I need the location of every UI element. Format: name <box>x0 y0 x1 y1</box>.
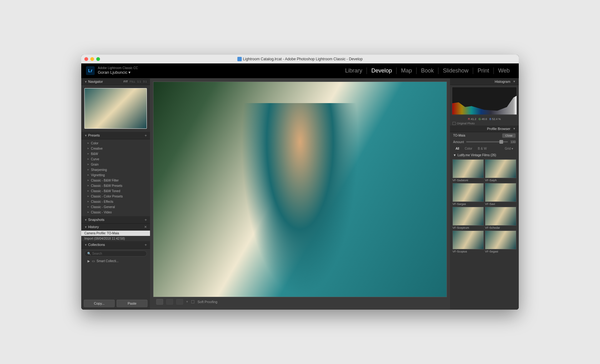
histogram-display[interactable] <box>452 87 517 115</box>
module-print[interactable]: Print <box>473 67 494 74</box>
histogram-header[interactable]: Histogram ▼ <box>450 78 519 85</box>
zoom-fit[interactable]: FIT <box>123 80 128 83</box>
collection-set-icon: ▭ <box>92 259 95 263</box>
collections-search-input[interactable]: 🔍 Search <box>84 251 147 257</box>
preset-folder[interactable]: ▶Classic - B&W Presets <box>81 183 150 188</box>
module-library[interactable]: Library <box>341 67 367 74</box>
history-header[interactable]: ▼ History ✕ <box>81 224 150 231</box>
navigator-header[interactable]: ▼ Navigator FITFILL1:13:1 <box>81 78 150 85</box>
preset-folder[interactable]: ▶Vignetting <box>81 172 150 178</box>
history-item[interactable]: Import (08/04/2018 11:42:58) <box>81 236 150 241</box>
add-preset-icon[interactable]: + <box>144 133 147 138</box>
filter-tab-all[interactable]: All <box>453 146 462 151</box>
profile-thumbnail[interactable]: VF-Sceptrum <box>452 207 484 229</box>
filter-tab-color[interactable]: Color <box>462 146 475 151</box>
preset-folder[interactable]: ▶Classic - Video <box>81 210 150 215</box>
app-icon <box>238 57 242 61</box>
close-profile-browser-button[interactable]: Close <box>502 133 516 138</box>
profile-thumbnail[interactable]: VF-Sadatoni <box>452 159 484 182</box>
amount-slider[interactable] <box>466 141 508 142</box>
preset-folder[interactable]: ▶B&W <box>81 151 150 157</box>
slider-handle[interactable] <box>499 140 503 144</box>
preset-folder[interactable]: ▶Sharpening <box>81 167 150 172</box>
add-collection-icon[interactable]: + <box>144 242 147 247</box>
disclosure-triangle-icon: ▶ <box>88 168 89 171</box>
disclosure-triangle-icon: ▶ <box>88 147 89 150</box>
soft-proofing-checkbox[interactable] <box>191 300 194 303</box>
current-profile-name: TO-Maia <box>453 134 465 137</box>
profile-preview-image <box>452 159 484 178</box>
profile-view-mode[interactable]: Grid ▾ <box>502 146 516 151</box>
zoom-3:1[interactable]: 3:1 <box>143 80 147 83</box>
identity-plate[interactable]: Lr Adobe Lightroom Classic CC Goran Ljub… <box>86 66 138 75</box>
navigator-zoom-controls: FITFILL1:13:1 <box>123 80 147 83</box>
preset-folder[interactable]: ▶Classic - General <box>81 204 150 210</box>
preset-folder[interactable]: ▶Classic - Color Presets <box>81 194 150 199</box>
profile-thumbnail[interactable]: VF-Saiph <box>485 159 516 182</box>
disclosure-triangle-icon: ▶ <box>88 259 90 263</box>
compare-view-icon[interactable] <box>176 299 183 305</box>
module-slideshow[interactable]: Slideshow <box>438 67 473 74</box>
snapshots-header[interactable]: ▼ Snapshots + <box>81 216 150 224</box>
disclosure-triangle-icon: ▶ <box>88 184 89 187</box>
zoom-1:1[interactable]: 1:1 <box>137 80 141 83</box>
disclosure-triangle-icon: ▶ <box>88 174 89 176</box>
preset-folder[interactable]: ▶Curve <box>81 157 150 162</box>
profile-name-label: VF-Sceptrum <box>452 226 484 229</box>
profile-name-row: TO-Maia Close <box>450 132 519 139</box>
profile-browser-header[interactable]: Profile Browser ▼ <box>450 126 519 132</box>
close-window-button[interactable] <box>84 57 88 61</box>
profile-section-header[interactable]: ▼ Lutify.me Vintage Films (26) <box>450 152 519 158</box>
zoom-fill[interactable]: FILL <box>130 80 135 83</box>
preset-folder[interactable]: ▶Creative <box>81 146 150 151</box>
filter-tab-bw[interactable]: B & W <box>475 146 489 151</box>
profile-name-label: VF-Scopius <box>452 250 484 253</box>
module-web[interactable]: Web <box>494 67 514 74</box>
module-develop[interactable]: Develop <box>367 67 397 74</box>
preset-label: Classic - General <box>91 205 115 209</box>
profile-browser-title: Profile Browser <box>487 127 511 131</box>
history-list: Camera Profile: TO-MaiaImport (08/04/201… <box>81 231 150 241</box>
navigator-thumbnail[interactable] <box>84 88 147 129</box>
before-after-icon[interactable] <box>166 299 173 305</box>
header-bar: Lr Adobe Lightroom Classic CC Goran Ljub… <box>81 63 519 78</box>
dropdown-icon[interactable]: ▾ <box>186 300 188 304</box>
presets-list: ▶Color▶Creative▶B&W▶Curve▶Grain▶Sharpeni… <box>81 139 150 216</box>
disclosure-triangle-icon: ▼ <box>84 134 87 137</box>
maximize-window-button[interactable] <box>96 57 100 61</box>
minimize-window-button[interactable] <box>90 57 94 61</box>
preset-label: Classic - Effects <box>91 200 113 203</box>
loupe-view-icon[interactable] <box>156 299 163 305</box>
presets-header[interactable]: ▼ Presets + <box>81 132 150 139</box>
original-photo-label: Original Photo <box>457 122 475 125</box>
collection-item[interactable]: ▶ ▭ Smart Collecti... <box>81 258 150 264</box>
copy-paste-buttons: Copy... Paste <box>81 297 150 310</box>
preset-label: Creative <box>91 147 102 150</box>
add-snapshot-icon[interactable]: + <box>144 217 147 222</box>
preset-folder[interactable]: ▶Classic - B&W Toned <box>81 188 150 194</box>
profile-thumbnail[interactable]: VF-Savi <box>485 183 516 206</box>
profile-thumbnail[interactable]: VF-Segasi <box>485 231 516 253</box>
preset-label: Classic - B&W Filter <box>91 179 119 182</box>
profile-preview-image <box>452 231 484 249</box>
profile-thumbnail[interactable]: VF-Schedar <box>485 207 516 229</box>
history-item[interactable]: Camera Profile: TO-Maia <box>81 231 150 236</box>
preset-folder[interactable]: ▶Grain <box>81 162 150 167</box>
preset-folder[interactable]: ▶Classic - B&W Filter <box>81 178 150 183</box>
paste-button[interactable]: Paste <box>117 300 148 307</box>
copy-button[interactable]: Copy... <box>84 300 115 307</box>
clear-history-icon[interactable]: ✕ <box>144 225 147 229</box>
profile-thumbnail[interactable]: VF-Scopius <box>452 231 484 253</box>
preset-folder[interactable]: ▶Classic - Effects <box>81 199 150 204</box>
module-book[interactable]: Book <box>417 67 438 74</box>
disclosure-triangle-icon: ▶ <box>88 179 89 182</box>
module-map[interactable]: Map <box>397 67 417 74</box>
left-panel: ▼ Navigator FITFILL1:13:1 ▼ Presets + ▶C… <box>81 78 150 310</box>
main-photo[interactable] <box>153 82 447 297</box>
window-title-text: Lightroom Catalog.lrcat - Adobe Photosho… <box>243 57 363 61</box>
collections-header[interactable]: ▼ Collections + <box>81 241 150 249</box>
original-photo-toggle[interactable]: Original Photo <box>450 121 519 126</box>
preset-folder[interactable]: ▶Color <box>81 141 150 146</box>
user-name-label: Goran Ljubuncic ▾ <box>98 70 138 75</box>
profile-thumbnail[interactable]: VF-Sargas <box>452 183 484 206</box>
